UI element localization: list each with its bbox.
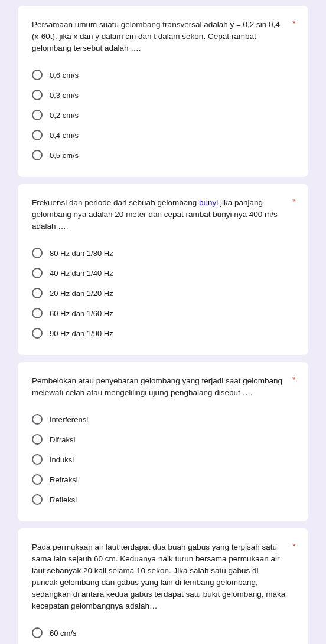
required-indicator: * [292, 541, 295, 550]
option-label: 60 Hz dan 1/60 Hz [50, 309, 113, 318]
question-card-1: * Persamaan umum suatu gelombang transve… [18, 6, 308, 177]
question-card-4: * Pada permukaan air laut terdapat dua b… [18, 528, 308, 644]
radio-option[interactable]: 80 Hz dan 1/80 Hz [32, 244, 294, 262]
option-label: Refraksi [50, 475, 78, 484]
option-label: Induksi [50, 455, 74, 464]
options-group: 60 cm/s 100 cm/s 40 cm/s 20 cm/s 80 cm/s [32, 624, 294, 644]
radio-icon [32, 248, 43, 258]
radio-option[interactable]: 0,4 cm/s [32, 126, 294, 144]
radio-icon [32, 474, 43, 485]
radio-option[interactable]: 90 Hz dan 1/90 Hz [32, 324, 294, 342]
radio-option[interactable]: Interferensi [32, 410, 294, 428]
option-label: Difraksi [50, 435, 75, 444]
radio-option[interactable]: Refraksi [32, 471, 294, 488]
radio-icon [32, 110, 43, 120]
radio-option[interactable]: 40 Hz dan 1/40 Hz [32, 264, 294, 282]
question-text: Frekuensi dan periode dari sebuah gelomb… [32, 197, 294, 232]
option-label: 0,6 cm/s [50, 71, 79, 80]
question-text-segment: Frekuensi dan periode dari sebuah gelomb… [32, 198, 199, 207]
option-label: 20 Hz dan 1/20 Hz [50, 289, 113, 298]
option-label: 0,3 cm/s [50, 91, 79, 100]
option-label: 80 Hz dan 1/80 Hz [50, 249, 113, 258]
radio-option[interactable]: 0,2 cm/s [32, 106, 294, 124]
radio-icon [32, 434, 43, 445]
option-label: Interferensi [50, 415, 88, 424]
radio-icon [32, 288, 43, 298]
options-group: Interferensi Difraksi Induksi Refraksi R… [32, 410, 294, 508]
radio-icon [32, 70, 43, 80]
radio-icon [32, 414, 43, 425]
question-text: Pembelokan atau penyebaran gelombang yan… [32, 375, 294, 399]
radio-option[interactable]: 0,3 cm/s [32, 86, 294, 104]
question-card-3: * Pembelokan atau penyebaran gelombang y… [18, 362, 308, 521]
required-indicator: * [292, 375, 295, 384]
radio-icon [32, 627, 43, 638]
question-text-segment: Pada permukaan air laut terdapat dua bua… [32, 543, 285, 610]
radio-option[interactable]: Induksi [32, 451, 294, 468]
radio-icon [32, 268, 43, 278]
radio-option[interactable]: 20 Hz dan 1/20 Hz [32, 284, 294, 302]
radio-option[interactable]: 0,6 cm/s [32, 66, 294, 84]
question-link[interactable]: bunyi [199, 198, 218, 207]
option-label: 90 Hz dan 1/90 Hz [50, 329, 113, 338]
radio-option[interactable]: 60 cm/s [32, 624, 294, 642]
option-label: Refleksi [50, 495, 77, 504]
option-label: 0,4 cm/s [50, 131, 79, 140]
radio-icon [32, 130, 43, 140]
option-label: 40 Hz dan 1/40 Hz [50, 269, 113, 278]
option-label: 0,5 cm/s [50, 151, 79, 160]
radio-icon [32, 494, 43, 505]
radio-option[interactable]: Difraksi [32, 431, 294, 448]
options-group: 80 Hz dan 1/80 Hz 40 Hz dan 1/40 Hz 20 H… [32, 244, 294, 342]
question-text: Persamaan umum suatu gelombang transvers… [32, 19, 294, 54]
radio-icon [32, 308, 43, 318]
radio-icon [32, 150, 43, 160]
radio-option[interactable]: 0,5 cm/s [32, 146, 294, 164]
question-text: Pada permukaan air laut terdapat dua bua… [32, 541, 294, 612]
required-indicator: * [292, 19, 295, 28]
question-card-2: * Frekuensi dan periode dari sebuah gelo… [18, 184, 308, 355]
option-label: 0,2 cm/s [50, 111, 79, 120]
option-label: 60 cm/s [50, 629, 77, 638]
required-indicator: * [292, 197, 295, 206]
radio-option[interactable]: 60 Hz dan 1/60 Hz [32, 304, 294, 322]
options-group: 0,6 cm/s 0,3 cm/s 0,2 cm/s 0,4 cm/s 0,5 … [32, 66, 294, 164]
question-text-segment: Pembelokan atau penyebaran gelombang yan… [32, 376, 282, 397]
radio-icon [32, 90, 43, 100]
radio-icon [32, 454, 43, 465]
radio-icon [32, 328, 43, 339]
question-text-segment: Persamaan umum suatu gelombang transvers… [32, 20, 280, 52]
radio-option[interactable]: Refleksi [32, 491, 294, 508]
